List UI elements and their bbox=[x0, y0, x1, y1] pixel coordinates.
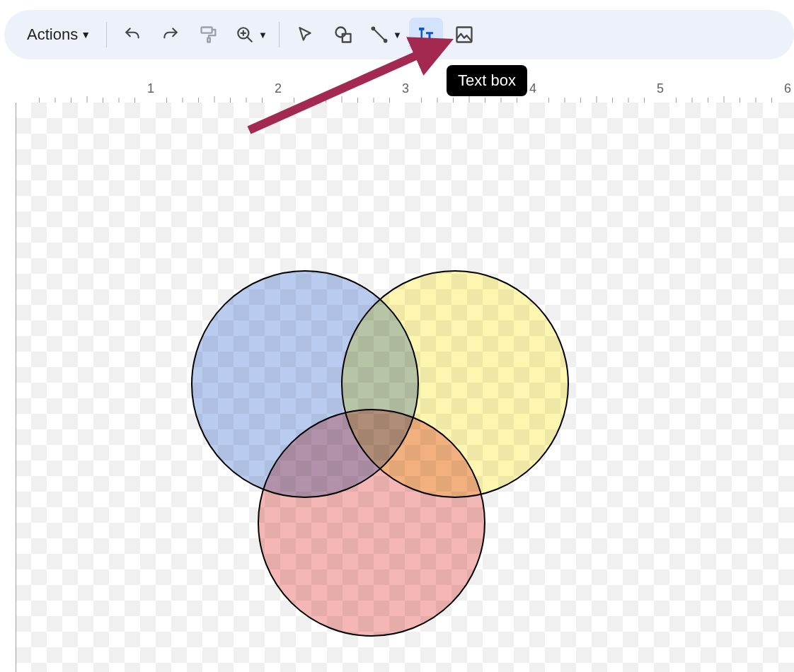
ruler-number: 2 bbox=[275, 81, 282, 96]
svg-line-3 bbox=[247, 37, 252, 42]
chevron-down-icon: ▼ bbox=[81, 29, 91, 40]
line-icon bbox=[370, 25, 389, 44]
line-tool-button[interactable]: ▼ bbox=[364, 18, 405, 52]
tooltip-text: Text box bbox=[458, 71, 516, 89]
ruler-ticks bbox=[0, 74, 794, 103]
zoom-button[interactable]: ▼ bbox=[230, 18, 270, 52]
select-arrow-icon bbox=[296, 25, 314, 44]
toolbar-separator bbox=[106, 22, 107, 47]
ruler-number: 1 bbox=[147, 81, 154, 96]
svg-rect-0 bbox=[202, 28, 212, 33]
svg-line-8 bbox=[373, 28, 385, 40]
chevron-down-icon: ▼ bbox=[393, 30, 402, 40]
image-icon bbox=[454, 25, 474, 45]
undo-icon bbox=[123, 25, 142, 44]
redo-button[interactable] bbox=[154, 18, 188, 52]
actions-label-text: Actions bbox=[27, 25, 78, 44]
image-tool-button[interactable] bbox=[447, 18, 481, 52]
tooltip-textbox: Text box bbox=[447, 65, 527, 96]
ruler-number: 4 bbox=[529, 81, 536, 96]
actions-menu-button[interactable]: Actions ▼ bbox=[20, 18, 98, 52]
zoom-icon bbox=[236, 25, 254, 44]
shape-icon bbox=[333, 25, 353, 45]
toolbar-separator bbox=[279, 22, 280, 47]
redo-icon bbox=[161, 25, 180, 44]
svg-rect-1 bbox=[207, 38, 210, 42]
svg-point-9 bbox=[371, 27, 375, 31]
toolbar: Actions ▼ bbox=[4, 10, 794, 59]
undo-button[interactable] bbox=[115, 18, 149, 52]
svg-point-6 bbox=[335, 28, 345, 37]
svg-point-10 bbox=[384, 39, 388, 43]
ruler-horizontal: 123456 bbox=[0, 74, 794, 103]
paint-format-button[interactable] bbox=[192, 18, 226, 52]
textbox-tool-button[interactable] bbox=[409, 18, 443, 52]
shape-tool-button[interactable] bbox=[326, 18, 360, 52]
ruler-number: 3 bbox=[402, 81, 409, 96]
svg-rect-7 bbox=[343, 34, 351, 42]
chevron-down-icon: ▼ bbox=[258, 30, 267, 40]
ruler-number: 6 bbox=[784, 81, 791, 96]
textbox-icon bbox=[415, 24, 437, 45]
select-tool-button[interactable] bbox=[288, 18, 322, 52]
drawing-page[interactable] bbox=[16, 103, 794, 672]
ruler-number: 5 bbox=[657, 81, 664, 96]
paint-format-icon bbox=[199, 25, 219, 45]
drawing-viewport bbox=[0, 103, 794, 672]
page-left-edge bbox=[16, 103, 16, 672]
